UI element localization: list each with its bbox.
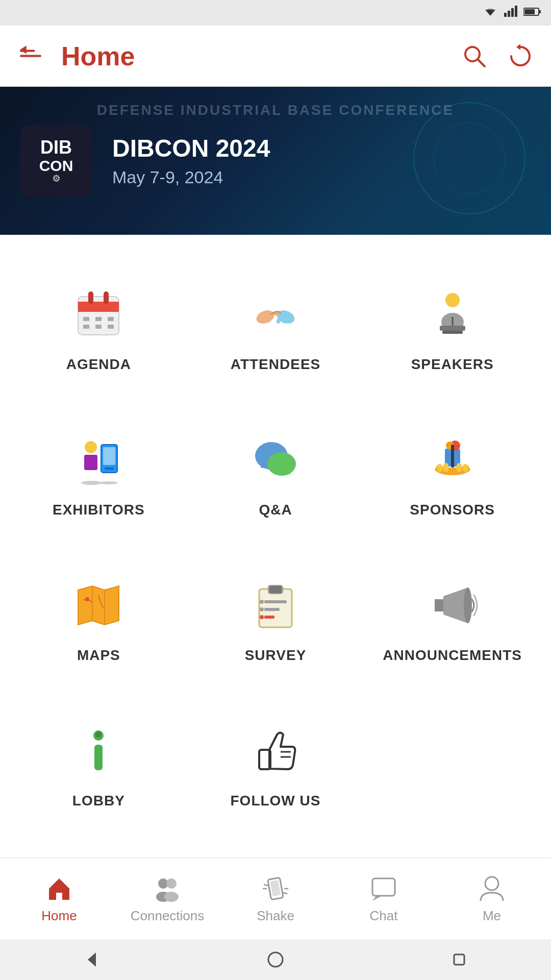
- svg-point-88: [268, 952, 283, 967]
- svg-point-41: [81, 481, 102, 485]
- menu-item-maps[interactable]: MAPS: [10, 546, 187, 692]
- shake-label: Shake: [257, 908, 294, 924]
- svg-marker-14: [516, 44, 520, 50]
- svg-rect-52: [443, 463, 448, 472]
- menu-item-follow-us[interactable]: FOLLOW US: [187, 692, 364, 837]
- menu-item-exhibitors[interactable]: EXHIBITORS: [10, 401, 187, 546]
- me-icon: [477, 873, 507, 904]
- svg-rect-18: [104, 291, 109, 304]
- back-button[interactable]: [15, 41, 46, 71]
- qa-label: Q&A: [259, 502, 292, 518]
- svg-rect-54: [463, 464, 468, 472]
- connections-label: Connections: [131, 908, 205, 924]
- page-title: Home: [46, 41, 459, 71]
- menu-grid: AGENDA ATTENDEES: [0, 235, 551, 857]
- menu-item-qa[interactable]: Q&A: [187, 401, 364, 546]
- menu-item-speakers[interactable]: SPEAKERS: [364, 255, 541, 401]
- android-nav: [0, 939, 551, 980]
- svg-point-66: [260, 615, 264, 619]
- event-logo: DIB CON ⚙: [20, 125, 92, 197]
- bottom-nav-chat[interactable]: Chat: [330, 858, 438, 939]
- agenda-label: AGENDA: [66, 356, 131, 373]
- svg-rect-34: [442, 331, 463, 334]
- battery-icon: [523, 6, 541, 19]
- svg-rect-79: [270, 880, 281, 896]
- svg-rect-19: [83, 317, 89, 321]
- svg-rect-84: [372, 878, 395, 896]
- svg-rect-2: [504, 13, 507, 17]
- event-dates: May 7-9, 2024: [112, 167, 270, 187]
- bottom-nav: Home Connections: [0, 857, 551, 939]
- speakers-icon: [422, 284, 483, 345]
- lobby-label: LOBBY: [72, 793, 125, 809]
- exhibitors-label: EXHIBITORS: [53, 502, 145, 518]
- svg-point-57: [85, 597, 89, 601]
- exhibitors-icon: [68, 429, 129, 491]
- svg-rect-5: [515, 6, 517, 17]
- search-button[interactable]: [459, 41, 490, 71]
- menu-item-agenda[interactable]: AGENDA: [10, 255, 187, 401]
- bottom-nav-shake[interactable]: Shake: [221, 858, 330, 939]
- svg-marker-87: [88, 952, 96, 967]
- svg-line-13: [478, 59, 485, 66]
- android-recents[interactable]: [444, 944, 474, 975]
- android-home[interactable]: [260, 944, 291, 975]
- menu-item-attendees[interactable]: ATTENDEES: [187, 255, 364, 401]
- me-label: Me: [483, 908, 501, 924]
- svg-rect-51: [437, 464, 442, 472]
- svg-rect-63: [264, 616, 274, 619]
- status-bar: [0, 0, 551, 26]
- svg-rect-53: [457, 463, 462, 472]
- menu-item-empty: [364, 692, 541, 837]
- maps-icon: [68, 575, 129, 636]
- announcements-icon: [422, 575, 483, 636]
- bottom-nav-me[interactable]: Me: [438, 858, 546, 939]
- svg-rect-22: [83, 325, 89, 329]
- svg-rect-61: [264, 600, 287, 603]
- qa-icon: [245, 429, 306, 491]
- menu-item-announcements[interactable]: ANNOUNCEMENTS: [364, 546, 541, 692]
- svg-rect-50: [451, 445, 454, 468]
- svg-point-67: [464, 587, 472, 623]
- connections-icon: [152, 873, 183, 904]
- bottom-nav-connections[interactable]: Connections: [113, 858, 221, 939]
- svg-marker-85: [372, 896, 382, 901]
- svg-point-31: [445, 293, 460, 307]
- svg-rect-4: [511, 8, 514, 17]
- chat-icon: [368, 873, 399, 904]
- menu-item-survey[interactable]: SURVEY: [187, 546, 364, 692]
- svg-rect-10: [20, 55, 41, 57]
- signal-icon: [504, 6, 517, 20]
- bottom-nav-home[interactable]: Home: [5, 858, 113, 939]
- speakers-label: SPEAKERS: [411, 356, 494, 373]
- svg-rect-20: [95, 317, 102, 321]
- survey-label: SURVEY: [245, 647, 307, 664]
- agenda-icon: [68, 284, 129, 345]
- event-name: DIBCON 2024: [112, 134, 270, 162]
- menu-item-sponsors[interactable]: SPONSORS: [364, 401, 541, 546]
- svg-rect-23: [95, 325, 102, 329]
- svg-rect-7: [539, 10, 541, 13]
- chat-label: Chat: [370, 908, 398, 924]
- sponsors-label: SPONSORS: [410, 502, 495, 518]
- attendees-label: ATTENDEES: [231, 356, 321, 373]
- svg-point-75: [166, 878, 177, 889]
- svg-point-86: [485, 877, 498, 890]
- svg-point-77: [164, 892, 179, 902]
- refresh-button[interactable]: [505, 41, 536, 71]
- attendees-icon: [245, 284, 306, 345]
- announcements-label: ANNOUNCEMENTS: [383, 647, 522, 664]
- svg-point-42: [99, 481, 118, 484]
- survey-icon: [245, 575, 306, 636]
- svg-rect-33: [440, 326, 465, 331]
- svg-rect-24: [108, 325, 114, 329]
- svg-rect-8: [524, 9, 535, 14]
- svg-rect-39: [103, 447, 115, 465]
- menu-item-lobby[interactable]: LOBBY: [10, 692, 187, 837]
- follow-us-icon: [245, 720, 306, 781]
- logo-text: DIB CON ⚙: [39, 137, 73, 184]
- android-back[interactable]: [77, 944, 107, 975]
- svg-point-70: [95, 731, 102, 738]
- sponsors-icon: [422, 429, 483, 491]
- svg-rect-17: [88, 291, 93, 304]
